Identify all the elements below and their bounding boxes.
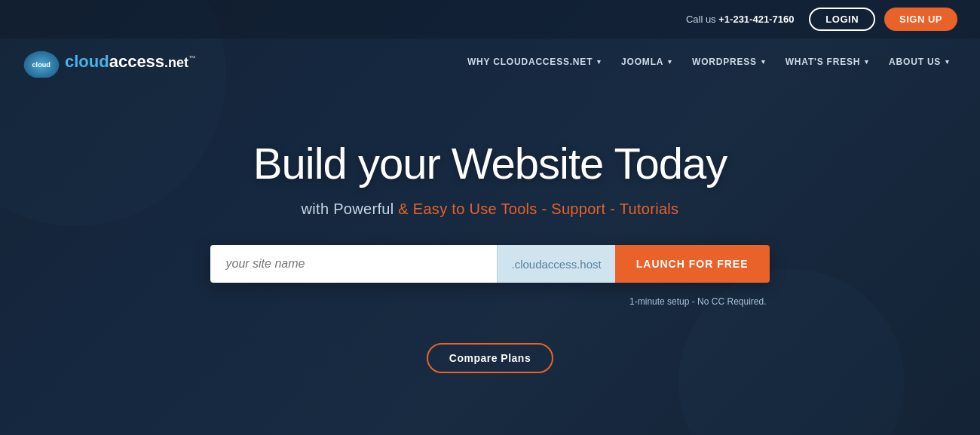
chevron-down-icon: ▾ bbox=[597, 58, 602, 66]
nav-item-wordpress[interactable]: WORDPRESS ▾ bbox=[684, 51, 773, 73]
nav-link-about[interactable]: ABOUT US ▾ bbox=[881, 51, 957, 73]
nav-link-wordpress[interactable]: WORDPRESS ▾ bbox=[684, 51, 773, 73]
domain-suffix: .cloudaccess.host bbox=[497, 245, 614, 283]
launch-button[interactable]: LAUNCH FOR FREE bbox=[615, 245, 770, 283]
chevron-down-icon: ▾ bbox=[761, 58, 766, 66]
top-bar: Call us +1-231-421-7160 LOGIN SIGN UP bbox=[0, 0, 980, 38]
site-name-input[interactable] bbox=[210, 245, 497, 283]
logo-net-text: .net bbox=[164, 55, 188, 70]
compare-plans-button[interactable]: Compare Plans bbox=[427, 343, 553, 373]
no-cc-wrapper: 1-minute setup - No CC Required. bbox=[210, 296, 769, 328]
signup-button[interactable]: SIGN UP bbox=[884, 8, 957, 31]
site-name-form: .cloudaccess.host LAUNCH FOR FREE bbox=[210, 245, 769, 283]
phone-link[interactable]: +1-231-421-7160 bbox=[718, 14, 794, 25]
nav-item-why[interactable]: WHY CLOUDACCESS.NET ▾ bbox=[460, 51, 609, 73]
logo-text: cloudaccess.net™ bbox=[65, 54, 196, 70]
nav-link-joomla[interactable]: JOOMLA ▾ bbox=[614, 51, 680, 73]
svg-text:cloud: cloud bbox=[32, 62, 51, 69]
site-form-container: .cloudaccess.host LAUNCH FOR FREE 1-minu… bbox=[210, 245, 769, 373]
logo-tm: ™ bbox=[188, 54, 196, 63]
nav-link-fresh[interactable]: WHAT'S FRESH ▾ bbox=[778, 51, 877, 73]
hero-title: Build your Website Today bbox=[253, 138, 727, 188]
nav-item-fresh[interactable]: WHAT'S FRESH ▾ bbox=[778, 51, 877, 73]
nav-item-about[interactable]: ABOUT US ▾ bbox=[881, 51, 957, 73]
no-cc-text: 1-minute setup - No CC Required. bbox=[629, 296, 766, 307]
nav-item-joomla[interactable]: JOOMLA ▾ bbox=[614, 51, 680, 73]
navbar: cloud cloudaccess.net™ WHY CLOUDACCESS.N… bbox=[0, 38, 980, 85]
chevron-down-icon: ▾ bbox=[668, 58, 672, 66]
chevron-down-icon: ▾ bbox=[945, 58, 950, 66]
logo-cloud-icon: cloud bbox=[23, 46, 60, 78]
nav-link-why[interactable]: WHY CLOUDACCESS.NET ▾ bbox=[460, 51, 609, 73]
logo-access-text: access bbox=[109, 52, 164, 71]
login-button[interactable]: LOGIN bbox=[809, 8, 875, 31]
hero-subtitle: with Powerful & Easy to Use Tools - Supp… bbox=[302, 201, 679, 218]
logo[interactable]: cloud cloudaccess.net™ bbox=[23, 46, 196, 78]
call-us-label: Call us +1-231-421-7160 bbox=[686, 14, 794, 25]
hero-section: Build your Website Today with Powerful &… bbox=[0, 85, 980, 373]
chevron-down-icon: ▾ bbox=[865, 58, 869, 66]
logo-cloud-text: cloud bbox=[65, 52, 109, 71]
nav-links: WHY CLOUDACCESS.NET ▾ JOOMLA ▾ WORDPRESS… bbox=[460, 51, 957, 73]
